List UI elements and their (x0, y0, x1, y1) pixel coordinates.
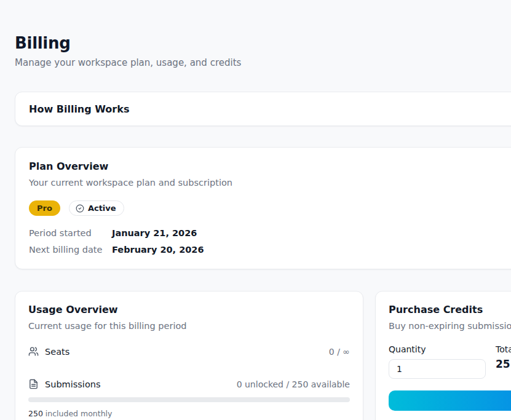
quantity-label: Quantity (389, 344, 486, 354)
plan-tier-badge: Pro (29, 200, 60, 216)
submissions-label: Submissions (45, 379, 101, 389)
period-started-label: Period started (29, 228, 112, 238)
purchase-credits-card: Purchase Credits Buy non-expiring submis… (375, 291, 511, 420)
submissions-progress-bar (28, 397, 350, 402)
included-monthly-note: 250 included monthly (28, 409, 350, 418)
submissions-row: Submissions 0 unlocked / 250 available (28, 379, 350, 389)
users-icon (28, 346, 39, 357)
page-title: Billing (15, 34, 511, 52)
total-field-group: Total 25 (496, 344, 511, 379)
cards-grid: Usage Overview Current usage for this bi… (15, 291, 511, 420)
file-text-icon (28, 379, 39, 389)
plan-detail-rows: Period started January 21, 2026 Next bil… (29, 228, 511, 255)
quantity-input[interactable] (389, 359, 486, 379)
included-monthly-value: 250 (28, 409, 43, 418)
next-billing-date-value: February 20, 2026 (112, 245, 204, 255)
seats-value: 0 / ∞ (329, 347, 350, 357)
plan-overview-card: Plan Overview Your current workspace pla… (15, 147, 511, 269)
usage-overview-card: Usage Overview Current usage for this bi… (15, 291, 363, 420)
next-billing-date-row: Next billing date February 20, 2026 (29, 245, 511, 255)
usage-overview-title: Usage Overview (28, 304, 350, 315)
purchase-credits-button[interactable] (389, 390, 511, 411)
page-subtitle: Manage your workspace plan, usage, and c… (15, 57, 511, 68)
period-started-row: Period started January 21, 2026 (29, 228, 511, 238)
purchase-form: Quantity Total 25 (389, 344, 511, 379)
plan-status-label: Active (88, 204, 116, 213)
total-value: 25 (496, 358, 511, 370)
next-billing-date-label: Next billing date (29, 245, 112, 255)
how-billing-works-title: How Billing Works (29, 103, 129, 115)
plan-overview-subtitle: Your current workspace plan and subscrip… (29, 178, 511, 188)
period-started-value: January 21, 2026 (112, 228, 197, 238)
seats-label: Seats (45, 347, 69, 357)
included-monthly-text: included monthly (43, 409, 113, 418)
purchase-credits-title: Purchase Credits (389, 304, 511, 315)
seats-row: Seats 0 / ∞ (28, 346, 350, 357)
purchase-credits-subtitle: Buy non-expiring submission credits (389, 321, 511, 331)
circle-check-icon (76, 204, 84, 213)
usage-overview-subtitle: Current usage for this billing period (28, 321, 350, 331)
total-label: Total (496, 344, 511, 354)
billing-page: Billing Manage your workspace plan, usag… (15, 0, 511, 420)
plan-badges: Pro Active (29, 200, 511, 216)
submissions-value: 0 unlocked / 250 available (237, 379, 350, 389)
plan-overview-title: Plan Overview (29, 160, 511, 172)
quantity-field-group: Quantity (389, 344, 486, 379)
how-billing-works-card[interactable]: How Billing Works (15, 92, 511, 126)
plan-status-badge: Active (69, 200, 124, 216)
